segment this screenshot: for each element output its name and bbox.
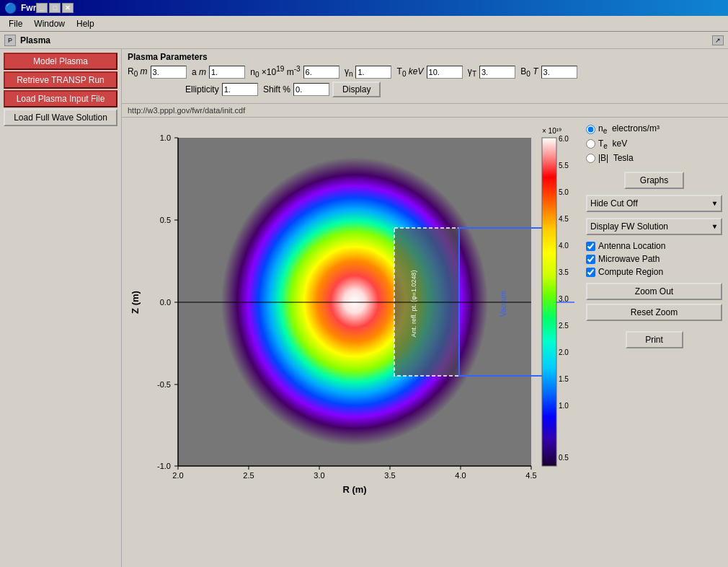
reset-zoom-button[interactable]: Reset Zoom (586, 304, 722, 321)
panel-icon: P (4, 35, 16, 46)
microwave-path-checkbox[interactable] (586, 255, 595, 264)
svg-text:2.5: 2.5 (243, 471, 254, 480)
svg-text:4.0: 4.0 (455, 471, 466, 480)
svg-text:-1.0: -1.0 (157, 462, 171, 470)
svg-text:R (m): R (m) (342, 484, 366, 495)
svg-text:4.5: 4.5 (559, 215, 569, 223)
display-button[interactable]: Display (332, 82, 381, 97)
display-solution-wrapper: Display FW Solution Hide FW Solution ▼ (586, 218, 722, 235)
plot-svg[interactable]: Ant. refl. pt. (φ=1.0248) Vacuum (128, 123, 574, 506)
params-row-1: R0 m a m n0 ×1019 m-3 γn T0 keV γT B0 T (128, 65, 722, 79)
svg-text:0.5: 0.5 (160, 216, 171, 224)
svg-text:-0.5: -0.5 (157, 380, 171, 389)
compute-region-checkbox[interactable] (586, 268, 595, 277)
close-button[interactable]: ✕ (62, 3, 74, 13)
svg-text:2.5: 2.5 (559, 322, 569, 330)
ellipticity-label: Ellipticity (185, 84, 219, 94)
load-plasma-input-button[interactable]: Load Plasma Input File (4, 90, 117, 107)
radio-b-input[interactable] (586, 154, 595, 163)
svg-text:× 10¹⁹: × 10¹⁹ (542, 127, 561, 135)
microwave-path-checkbox-row[interactable]: Microwave Path (586, 254, 722, 264)
t0-label: T0 keV (394, 66, 423, 78)
hide-cutoff-dropdown[interactable]: Hide Cut Off Show Cut Off (586, 195, 722, 212)
svg-text:4.0: 4.0 (559, 242, 569, 250)
plot-wrapper: Ant. refl. pt. (φ=1.0248) Vacuum (122, 118, 580, 567)
params-row-2: Ellipticity Shift % Display (128, 82, 722, 97)
menu-file[interactable]: File (3, 17, 28, 30)
svg-text:6.0: 6.0 (559, 135, 569, 143)
load-full-wave-button[interactable]: Load Full Wave Solution (4, 109, 117, 126)
svg-text:0.0: 0.0 (160, 298, 171, 307)
titlebar: 🔵 Fwr _ □ ✕ (0, 0, 728, 16)
print-button[interactable]: Print (626, 331, 683, 348)
b0-input[interactable] (541, 66, 577, 79)
plasma-params-title: Plasma Parameters (128, 52, 722, 62)
titlebar-title: Fwr (21, 3, 36, 13)
plasma-params-panel: Plasma Parameters R0 m a m n0 ×1019 m-3 … (122, 49, 728, 104)
a-input[interactable] (209, 66, 245, 79)
url-bar: http://w3.pppl.gov/fwr/data/init.cdf (122, 104, 728, 118)
t0-input[interactable] (427, 66, 463, 79)
menubar: File Window Help (0, 16, 728, 32)
yn-input[interactable] (355, 66, 391, 79)
radio-b[interactable]: |B| Tesla (586, 153, 722, 163)
right-area: Plasma Parameters R0 m a m n0 ×1019 m-3 … (122, 49, 728, 567)
svg-text:3.0: 3.0 (314, 471, 324, 480)
antenna-location-checkbox-row[interactable]: Antenna Location (586, 241, 722, 251)
radio-te-label: Te keV (598, 139, 627, 150)
n0-label: n0 ×1019 m-3 (248, 65, 301, 79)
sidebar: Model Plasma Retrieve TRANSP Run Load Pl… (0, 49, 122, 567)
svg-text:2.0: 2.0 (559, 348, 569, 356)
menu-help[interactable]: Help (71, 17, 100, 30)
radio-ne-label: ne electrons/m³ (598, 123, 660, 135)
titlebar-icon: 🔵 (4, 2, 17, 14)
n0-input[interactable] (303, 66, 339, 79)
checkbox-group: Antenna Location Microwave Path Compute … (586, 241, 722, 277)
panel-title: Plasma (20, 35, 50, 45)
radio-ne[interactable]: ne electrons/m³ (586, 123, 722, 135)
yn-label: γn (342, 66, 353, 78)
radio-te[interactable]: Te keV (586, 139, 722, 150)
antenna-location-checkbox[interactable] (586, 242, 595, 251)
svg-text:1.5: 1.5 (559, 375, 569, 383)
svg-text:2.0: 2.0 (172, 471, 183, 480)
r0-label: R0 m (128, 66, 148, 78)
zoom-out-button[interactable]: Zoom Out (586, 283, 722, 300)
a-label: a m (190, 67, 206, 77)
compute-region-checkbox-row[interactable]: Compute Region (586, 267, 722, 277)
b0-label: B0 T (518, 66, 538, 78)
radio-te-input[interactable] (586, 139, 595, 149)
ellipticity-input[interactable] (222, 83, 258, 96)
svg-text:1.0: 1.0 (160, 133, 171, 142)
menu-window[interactable]: Window (28, 17, 71, 30)
display-solution-dropdown[interactable]: Display FW Solution Hide FW Solution (586, 218, 722, 235)
antenna-location-label: Antenna Location (598, 241, 665, 251)
url-text: http://w3.pppl.gov/fwr/data/init.cdf (128, 106, 245, 115)
svg-rect-36 (542, 138, 556, 466)
radio-ne-input[interactable] (586, 125, 595, 134)
shift-label: Shift % (261, 84, 290, 94)
yt-input[interactable] (479, 66, 515, 79)
shift-input[interactable] (293, 83, 329, 96)
compute-region-label: Compute Region (598, 267, 663, 277)
svg-text:0.5: 0.5 (559, 454, 569, 462)
svg-text:3.5: 3.5 (384, 471, 395, 480)
panel-restore-button[interactable]: ↗ (712, 35, 724, 45)
panel-header: P Plasma ↗ (0, 32, 728, 49)
minimize-button[interactable]: _ (36, 3, 48, 13)
right-panel: ne electrons/m³ Te keV |B| Tesla Graphs (580, 118, 728, 567)
model-plasma-button[interactable]: Model Plasma (4, 53, 117, 70)
svg-text:5.5: 5.5 (559, 162, 569, 170)
hide-cutoff-wrapper: Hide Cut Off Show Cut Off ▼ (586, 195, 722, 212)
display-radio-group: ne electrons/m³ Te keV |B| Tesla (586, 123, 722, 163)
maximize-button[interactable]: □ (49, 3, 61, 13)
svg-text:1.0: 1.0 (559, 402, 569, 410)
retrieve-transp-button[interactable]: Retrieve TRANSP Run (4, 71, 117, 89)
svg-text:3.0: 3.0 (559, 295, 569, 303)
svg-text:Vacuum: Vacuum (500, 291, 507, 317)
graphs-button[interactable]: Graphs (624, 172, 684, 189)
svg-text:5.0: 5.0 (559, 188, 569, 196)
microwave-path-label: Microwave Path (598, 254, 660, 264)
r0-input[interactable] (151, 66, 187, 79)
yt-label: γT (466, 66, 476, 78)
